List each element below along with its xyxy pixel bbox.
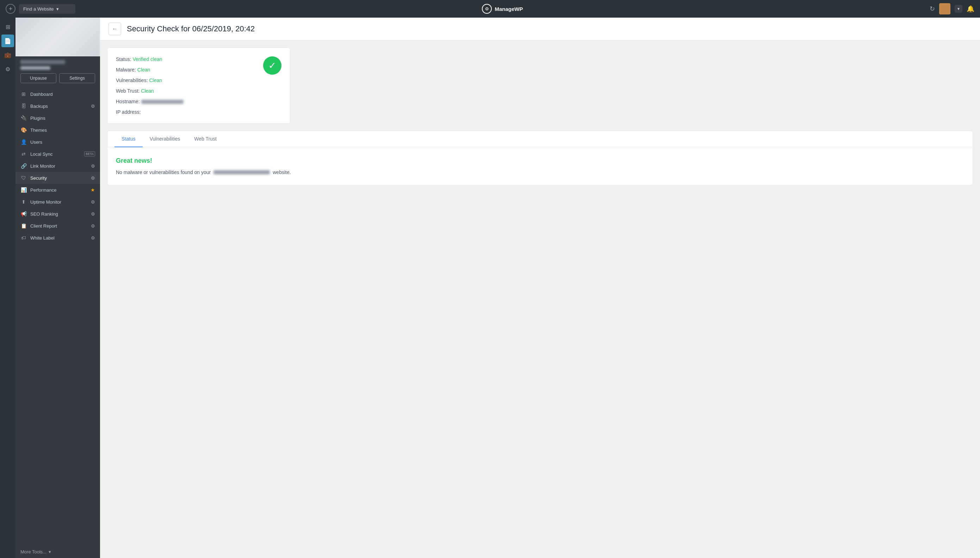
sidebar-site-info bbox=[15, 56, 100, 73]
nav-right: ↻ ▾ 🔔 bbox=[930, 3, 974, 15]
vulnerabilities-label: Vulnerabilities: bbox=[116, 77, 148, 83]
sidebar-item-security[interactable]: 🛡 Security ⚙ bbox=[15, 172, 100, 184]
sidebar-label-plugins: Plugins bbox=[30, 115, 95, 121]
main-content: ← Security Check for 06/25/2019, 20:42 S… bbox=[100, 18, 980, 558]
sidebar-item-link-monitor[interactable]: 🔗 Link Monitor ⚙ bbox=[15, 160, 100, 172]
uptime-gear-icon[interactable]: ⚙ bbox=[91, 199, 95, 205]
no-malware-message: No malware or vulnerabilities found on y… bbox=[116, 169, 211, 175]
status-row-vulnerabilities: Vulnerabilities: Clean bbox=[116, 77, 184, 83]
nav-center: ⊙ ManageWP bbox=[482, 4, 523, 14]
icon-strip-briefcase[interactable]: 💼 bbox=[2, 49, 14, 61]
find-website-label: Find a Website bbox=[23, 7, 54, 11]
sidebar-label-users: Users bbox=[30, 140, 95, 145]
sidebar-label-client-report: Client Report bbox=[30, 223, 87, 229]
status-row-status: Status: Verified clean bbox=[116, 56, 184, 62]
back-button[interactable]: ← bbox=[108, 23, 121, 35]
security-icon: 🛡 bbox=[20, 175, 27, 181]
verified-clean-icon: ✓ bbox=[263, 56, 282, 75]
tabs-header: Status Vulnerabilities Web Trust bbox=[107, 131, 973, 147]
sidebar-item-users[interactable]: 👤 Users bbox=[15, 136, 100, 148]
no-malware-text: No malware or vulnerabilities found on y… bbox=[116, 169, 964, 175]
status-row-hostname: Hostname: bbox=[116, 98, 184, 104]
brand-logo: ⊙ ManageWP bbox=[482, 4, 523, 14]
tab-status[interactable]: Status bbox=[115, 131, 143, 147]
nav-left: + Find a Website ▾ bbox=[6, 4, 75, 14]
chevron-down-icon: ▾ bbox=[56, 7, 59, 11]
sidebar: Unpause Settings ⊞ Dashboard 🗄 Backups ⚙… bbox=[15, 18, 100, 558]
security-gear-icon[interactable]: ⚙ bbox=[91, 176, 95, 181]
top-navigation: + Find a Website ▾ ⊙ ManageWP ↻ ▾ 🔔 bbox=[0, 0, 980, 18]
sidebar-label-themes: Themes bbox=[30, 128, 95, 133]
sidebar-label-uptime: Uptime Monitor bbox=[30, 199, 87, 205]
status-card: Status: Verified clean Malware: Clean Vu… bbox=[107, 48, 290, 124]
thumbnail-blur bbox=[15, 18, 100, 56]
sidebar-item-themes[interactable]: 🎨 Themes bbox=[15, 124, 100, 136]
users-icon: 👤 bbox=[20, 139, 27, 145]
web-trust-value: Clean bbox=[141, 88, 154, 94]
tab-web-trust[interactable]: Web Trust bbox=[187, 131, 224, 147]
back-arrow-icon: ← bbox=[112, 26, 118, 32]
web-trust-label: Web Trust: bbox=[116, 88, 139, 94]
page-header: ← Security Check for 06/25/2019, 20:42 bbox=[100, 18, 980, 41]
icon-strip-dashboard[interactable]: ⊞ bbox=[2, 20, 14, 33]
tab-web-trust-label: Web Trust bbox=[194, 136, 216, 142]
plugins-icon: 🔌 bbox=[20, 115, 27, 121]
client-report-gear-icon[interactable]: ⚙ bbox=[91, 223, 95, 229]
client-report-icon: 📋 bbox=[20, 223, 27, 229]
sidebar-actions: Unpause Settings bbox=[15, 73, 100, 88]
sidebar-item-uptime-monitor[interactable]: ⬆ Uptime Monitor ⚙ bbox=[15, 196, 100, 208]
icon-strip: ⊞ 📄 💼 ⚙ bbox=[0, 18, 15, 558]
add-button[interactable]: + bbox=[6, 4, 15, 14]
tab-status-label: Status bbox=[121, 136, 136, 142]
sidebar-thumbnail bbox=[15, 18, 100, 56]
icon-strip-gear[interactable]: ⚙ bbox=[2, 63, 14, 75]
sidebar-item-performance[interactable]: 📊 Performance ★ bbox=[15, 184, 100, 196]
user-avatar bbox=[939, 3, 951, 15]
uptime-icon: ⬆ bbox=[20, 199, 27, 205]
sidebar-item-client-report[interactable]: 📋 Client Report ⚙ bbox=[15, 220, 100, 232]
tab-vulnerabilities[interactable]: Vulnerabilities bbox=[143, 131, 187, 147]
content-body: Status: Verified clean Malware: Clean Vu… bbox=[100, 41, 980, 192]
settings-button[interactable]: Settings bbox=[59, 73, 95, 83]
more-tools[interactable]: More Tools... ▾ bbox=[15, 546, 100, 558]
tab-content-status: Great news! No malware or vulnerabilitie… bbox=[107, 147, 973, 185]
status-row-ip: IP address: bbox=[116, 109, 184, 115]
sidebar-item-dashboard[interactable]: ⊞ Dashboard bbox=[15, 88, 100, 100]
refresh-button[interactable]: ↻ bbox=[930, 5, 935, 13]
user-dropdown[interactable]: ▾ bbox=[955, 5, 962, 13]
brand-logo-circle: ⊙ bbox=[482, 4, 492, 14]
great-news-heading: Great news! bbox=[116, 157, 964, 164]
sidebar-item-plugins[interactable]: 🔌 Plugins bbox=[15, 112, 100, 124]
hostname-value-blur bbox=[141, 100, 184, 104]
themes-icon: 🎨 bbox=[20, 127, 27, 133]
backups-icon: 🗄 bbox=[20, 103, 27, 109]
no-malware-suffix: website. bbox=[273, 169, 291, 175]
malware-value: Clean bbox=[138, 67, 151, 72]
seo-gear-icon[interactable]: ⚙ bbox=[91, 212, 95, 217]
sidebar-item-seo-ranking[interactable]: 📢 SEO Ranking ⚙ bbox=[15, 208, 100, 220]
backups-gear-icon[interactable]: ⚙ bbox=[91, 103, 95, 109]
sidebar-label-dashboard: Dashboard bbox=[30, 92, 95, 97]
sidebar-item-local-sync[interactable]: ⇄ Local Sync BETA bbox=[15, 148, 100, 160]
icon-strip-content[interactable]: 📄 bbox=[2, 34, 14, 47]
sidebar-label-white-label: White Label bbox=[30, 235, 87, 241]
ip-label: IP address: bbox=[116, 109, 141, 115]
performance-star-icon: ★ bbox=[90, 187, 95, 193]
find-website-dropdown[interactable]: Find a Website ▾ bbox=[19, 4, 75, 14]
local-sync-icon: ⇄ bbox=[20, 151, 27, 157]
page-title: Security Check for 06/25/2019, 20:42 bbox=[127, 24, 255, 33]
seo-icon: 📢 bbox=[20, 211, 27, 217]
site-name-blur bbox=[20, 60, 65, 64]
link-monitor-icon: 🔗 bbox=[20, 163, 27, 169]
sidebar-item-backups[interactable]: 🗄 Backups ⚙ bbox=[15, 100, 100, 112]
sidebar-label-link-monitor: Link Monitor bbox=[30, 164, 87, 169]
sidebar-label-performance: Performance bbox=[30, 187, 87, 193]
more-tools-label: More Tools... bbox=[20, 549, 46, 555]
link-monitor-gear-icon[interactable]: ⚙ bbox=[91, 164, 95, 169]
unpause-button[interactable]: Unpause bbox=[20, 73, 56, 83]
white-label-gear-icon[interactable]: ⚙ bbox=[91, 235, 95, 241]
sidebar-item-white-label[interactable]: 🏷 White Label ⚙ bbox=[15, 232, 100, 244]
sidebar-nav: ⊞ Dashboard 🗄 Backups ⚙ 🔌 Plugins 🎨 Them… bbox=[15, 88, 100, 546]
notification-button[interactable]: 🔔 bbox=[967, 5, 974, 13]
white-label-icon: 🏷 bbox=[20, 235, 27, 241]
